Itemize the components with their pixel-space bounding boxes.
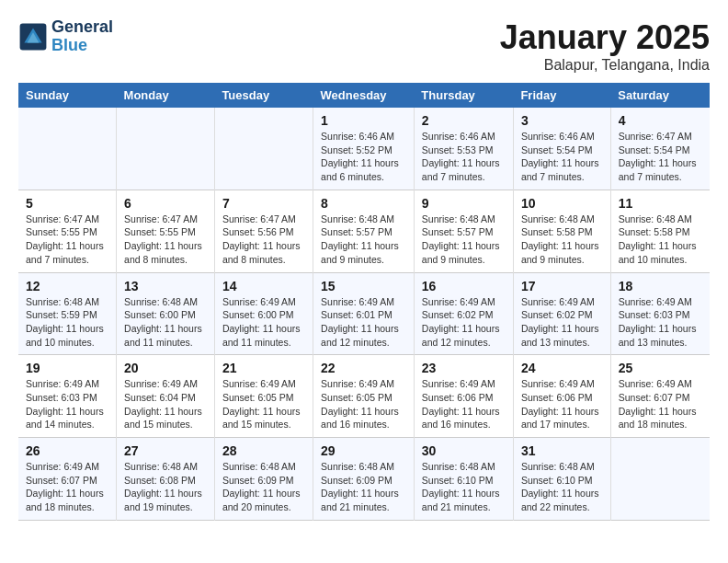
week-row-1: 1Sunrise: 6:46 AM Sunset: 5:52 PM Daylig… bbox=[18, 108, 710, 190]
day-cell: 13Sunrise: 6:48 AM Sunset: 6:00 PM Dayli… bbox=[117, 272, 215, 355]
day-number: 22 bbox=[321, 361, 406, 375]
days-of-week-header: SundayMondayTuesdayWednesdayThursdayFrid… bbox=[18, 83, 710, 108]
calendar-table: SundayMondayTuesdayWednesdayThursdayFrid… bbox=[18, 83, 710, 521]
day-cell: 16Sunrise: 6:49 AM Sunset: 6:02 PM Dayli… bbox=[414, 272, 513, 355]
day-cell: 29Sunrise: 6:48 AM Sunset: 6:09 PM Dayli… bbox=[313, 438, 415, 521]
page-header: General Blue January 2025 Balapur, Telan… bbox=[18, 18, 710, 74]
day-cell bbox=[117, 108, 215, 190]
day-cell: 15Sunrise: 6:49 AM Sunset: 6:01 PM Dayli… bbox=[313, 272, 415, 355]
day-info: Sunrise: 6:48 AM Sunset: 5:57 PM Dayligh… bbox=[422, 213, 506, 267]
day-cell: 26Sunrise: 6:49 AM Sunset: 6:07 PM Dayli… bbox=[18, 438, 117, 521]
day-number: 1 bbox=[321, 113, 406, 128]
day-cell: 4Sunrise: 6:47 AM Sunset: 5:54 PM Daylig… bbox=[610, 108, 710, 190]
dow-saturday: Saturday bbox=[610, 83, 710, 108]
day-cell: 6Sunrise: 6:47 AM Sunset: 5:55 PM Daylig… bbox=[117, 190, 215, 272]
day-number: 6 bbox=[124, 196, 207, 211]
day-info: Sunrise: 6:49 AM Sunset: 6:01 PM Dayligh… bbox=[321, 295, 406, 350]
day-number: 12 bbox=[26, 279, 108, 293]
logo-icon bbox=[18, 22, 48, 52]
dow-thursday: Thursday bbox=[414, 83, 513, 108]
day-cell: 25Sunrise: 6:49 AM Sunset: 6:07 PM Dayli… bbox=[610, 355, 710, 438]
day-number: 21 bbox=[222, 361, 305, 375]
logo-text: General Blue bbox=[51, 18, 113, 55]
day-number: 25 bbox=[619, 361, 702, 375]
day-number: 11 bbox=[619, 196, 702, 211]
day-info: Sunrise: 6:48 AM Sunset: 6:10 PM Dayligh… bbox=[422, 460, 506, 514]
day-info: Sunrise: 6:49 AM Sunset: 6:07 PM Dayligh… bbox=[619, 377, 702, 431]
day-cell: 7Sunrise: 6:47 AM Sunset: 5:56 PM Daylig… bbox=[214, 190, 313, 272]
day-cell: 2Sunrise: 6:46 AM Sunset: 5:53 PM Daylig… bbox=[414, 108, 513, 190]
day-cell: 22Sunrise: 6:49 AM Sunset: 6:05 PM Dayli… bbox=[313, 355, 415, 438]
day-number: 2 bbox=[422, 113, 506, 128]
day-number: 28 bbox=[222, 443, 305, 458]
day-cell: 27Sunrise: 6:48 AM Sunset: 6:08 PM Dayli… bbox=[117, 438, 215, 521]
day-number: 23 bbox=[422, 361, 506, 375]
day-info: Sunrise: 6:49 AM Sunset: 6:06 PM Dayligh… bbox=[521, 377, 603, 431]
day-info: Sunrise: 6:48 AM Sunset: 6:00 PM Dayligh… bbox=[124, 295, 207, 350]
day-number: 26 bbox=[26, 443, 108, 458]
day-info: Sunrise: 6:48 AM Sunset: 5:58 PM Dayligh… bbox=[619, 213, 702, 267]
dow-friday: Friday bbox=[513, 83, 610, 108]
week-row-3: 12Sunrise: 6:48 AM Sunset: 5:59 PM Dayli… bbox=[18, 272, 710, 355]
day-cell bbox=[214, 108, 313, 190]
day-info: Sunrise: 6:46 AM Sunset: 5:54 PM Dayligh… bbox=[521, 130, 603, 184]
day-number: 20 bbox=[124, 361, 207, 375]
day-info: Sunrise: 6:47 AM Sunset: 5:55 PM Dayligh… bbox=[26, 213, 108, 267]
day-info: Sunrise: 6:47 AM Sunset: 5:54 PM Dayligh… bbox=[619, 130, 702, 184]
day-info: Sunrise: 6:49 AM Sunset: 6:03 PM Dayligh… bbox=[26, 377, 108, 431]
day-cell: 3Sunrise: 6:46 AM Sunset: 5:54 PM Daylig… bbox=[513, 108, 610, 190]
day-info: Sunrise: 6:49 AM Sunset: 6:02 PM Dayligh… bbox=[521, 295, 603, 350]
day-cell: 8Sunrise: 6:48 AM Sunset: 5:57 PM Daylig… bbox=[313, 190, 415, 272]
day-info: Sunrise: 6:48 AM Sunset: 5:57 PM Dayligh… bbox=[321, 213, 406, 267]
day-number: 7 bbox=[222, 196, 305, 211]
day-number: 27 bbox=[124, 443, 207, 458]
dow-tuesday: Tuesday bbox=[214, 83, 313, 108]
day-cell: 14Sunrise: 6:49 AM Sunset: 6:00 PM Dayli… bbox=[214, 272, 313, 355]
day-info: Sunrise: 6:46 AM Sunset: 5:53 PM Dayligh… bbox=[422, 130, 506, 184]
dow-wednesday: Wednesday bbox=[313, 83, 415, 108]
day-number: 16 bbox=[422, 279, 506, 293]
day-cell: 28Sunrise: 6:48 AM Sunset: 6:09 PM Dayli… bbox=[214, 438, 313, 521]
day-info: Sunrise: 6:48 AM Sunset: 6:09 PM Dayligh… bbox=[222, 460, 305, 514]
day-info: Sunrise: 6:49 AM Sunset: 6:04 PM Dayligh… bbox=[124, 377, 207, 431]
location-subtitle: Balapur, Telangana, India bbox=[500, 57, 710, 74]
day-info: Sunrise: 6:49 AM Sunset: 6:05 PM Dayligh… bbox=[321, 377, 406, 431]
day-info: Sunrise: 6:48 AM Sunset: 5:58 PM Dayligh… bbox=[521, 213, 603, 267]
day-number: 13 bbox=[124, 279, 207, 293]
day-number: 8 bbox=[321, 196, 406, 211]
day-cell: 10Sunrise: 6:48 AM Sunset: 5:58 PM Dayli… bbox=[513, 190, 610, 272]
day-info: Sunrise: 6:49 AM Sunset: 6:00 PM Dayligh… bbox=[222, 295, 305, 350]
day-number: 15 bbox=[321, 279, 406, 293]
dow-sunday: Sunday bbox=[18, 83, 117, 108]
day-number: 24 bbox=[521, 361, 603, 375]
logo: General Blue bbox=[18, 18, 113, 55]
day-cell: 24Sunrise: 6:49 AM Sunset: 6:06 PM Dayli… bbox=[513, 355, 610, 438]
day-number: 18 bbox=[619, 279, 702, 293]
day-cell: 11Sunrise: 6:48 AM Sunset: 5:58 PM Dayli… bbox=[610, 190, 710, 272]
day-info: Sunrise: 6:46 AM Sunset: 5:52 PM Dayligh… bbox=[321, 130, 406, 184]
day-cell: 1Sunrise: 6:46 AM Sunset: 5:52 PM Daylig… bbox=[313, 108, 415, 190]
calendar-body: 1Sunrise: 6:46 AM Sunset: 5:52 PM Daylig… bbox=[18, 108, 710, 520]
day-number: 19 bbox=[26, 361, 108, 375]
day-cell: 20Sunrise: 6:49 AM Sunset: 6:04 PM Dayli… bbox=[117, 355, 215, 438]
day-number: 17 bbox=[521, 279, 603, 293]
day-number: 30 bbox=[422, 443, 506, 458]
day-cell: 21Sunrise: 6:49 AM Sunset: 6:05 PM Dayli… bbox=[214, 355, 313, 438]
day-info: Sunrise: 6:48 AM Sunset: 6:08 PM Dayligh… bbox=[124, 460, 207, 514]
day-cell: 9Sunrise: 6:48 AM Sunset: 5:57 PM Daylig… bbox=[414, 190, 513, 272]
day-info: Sunrise: 6:49 AM Sunset: 6:03 PM Dayligh… bbox=[619, 295, 702, 350]
day-number: 4 bbox=[619, 113, 702, 128]
day-number: 3 bbox=[521, 113, 603, 128]
title-block: January 2025 Balapur, Telangana, India bbox=[500, 18, 710, 74]
day-info: Sunrise: 6:49 AM Sunset: 6:05 PM Dayligh… bbox=[222, 377, 305, 431]
day-info: Sunrise: 6:49 AM Sunset: 6:02 PM Dayligh… bbox=[422, 295, 506, 350]
day-cell: 23Sunrise: 6:49 AM Sunset: 6:06 PM Dayli… bbox=[414, 355, 513, 438]
day-cell: 31Sunrise: 6:48 AM Sunset: 6:10 PM Dayli… bbox=[513, 438, 610, 521]
logo-line2: Blue bbox=[51, 37, 113, 55]
month-title: January 2025 bbox=[500, 18, 710, 57]
day-info: Sunrise: 6:47 AM Sunset: 5:56 PM Dayligh… bbox=[222, 213, 305, 267]
logo-line1: General bbox=[51, 18, 113, 37]
day-cell: 18Sunrise: 6:49 AM Sunset: 6:03 PM Dayli… bbox=[610, 272, 710, 355]
week-row-4: 19Sunrise: 6:49 AM Sunset: 6:03 PM Dayli… bbox=[18, 355, 710, 438]
week-row-2: 5Sunrise: 6:47 AM Sunset: 5:55 PM Daylig… bbox=[18, 190, 710, 272]
